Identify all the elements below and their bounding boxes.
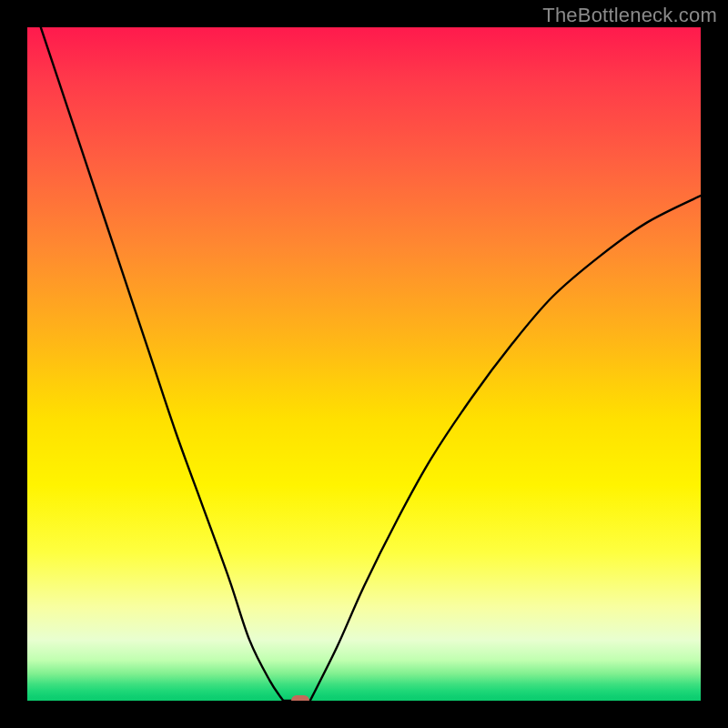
- minimum-marker: [291, 695, 309, 701]
- bottleneck-curve: [27, 27, 701, 701]
- curve-left-branch: [41, 27, 283, 701]
- watermark-text: TheBottleneck.com: [542, 4, 717, 27]
- outer-frame: TheBottleneck.com: [0, 0, 728, 728]
- plot-area: [27, 27, 701, 701]
- curve-right-branch: [310, 196, 701, 701]
